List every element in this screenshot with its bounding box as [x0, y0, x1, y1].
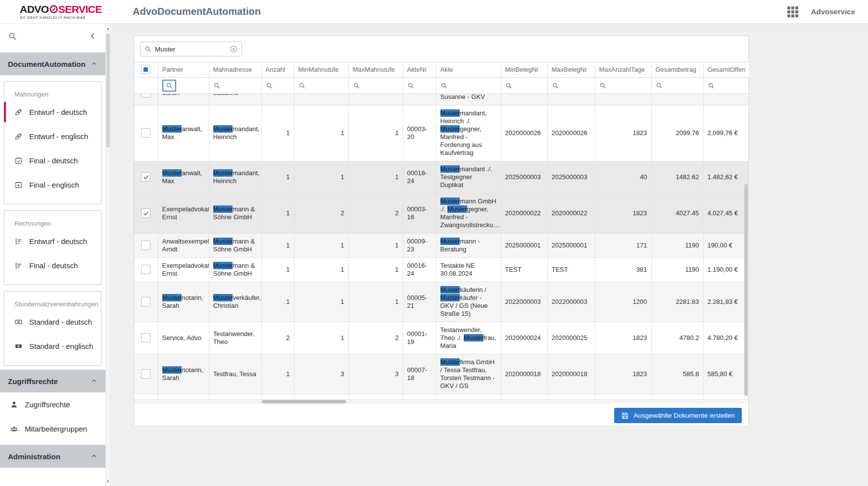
- sidebar-scrollbar[interactable]: ▲ ▼: [105, 24, 110, 486]
- filter-cell-anzahl[interactable]: [261, 77, 294, 94]
- row-checkbox[interactable]: [141, 265, 150, 274]
- grid-hscroll-thumb[interactable]: [262, 400, 346, 403]
- sidebar-item-mitarbeitergruppen[interactable]: Mitarbeitergruppen: [0, 417, 105, 441]
- cell-minbelegnr: 2020000023: [501, 394, 547, 399]
- section-header-administration[interactable]: Administration: [0, 445, 105, 468]
- cell-akte: Mustermandant, Heinrich ./. Mustergegner…: [436, 105, 501, 161]
- table-row[interactable]: Exempeladvokat, ErnstMustermann & Söhne …: [134, 193, 748, 233]
- top-bar: ADVO SERVICE SO GEHT KANZLEI-IT NACH MAẞ…: [0, 0, 868, 24]
- column-header-aktenr[interactable]: AkteNr: [403, 62, 436, 77]
- table-row[interactable]: Musternotarin, SarahTestfrau, Tessa13300…: [134, 354, 748, 394]
- filter-cell-gesamtbetrag[interactable]: [651, 77, 703, 94]
- sidebar-item-label: Final - deutsch: [29, 261, 78, 270]
- cell-maxanzahltage: 1823: [595, 193, 651, 233]
- scroll-down-icon[interactable]: ▼: [106, 480, 110, 483]
- row-checkbox[interactable]: [141, 208, 150, 218]
- section-header-documentautomation[interactable]: DocumentAutomation: [0, 52, 105, 75]
- filter-cell-mahnadresse[interactable]: [209, 77, 261, 94]
- sidebar-item-final-englisch[interactable]: Final - englisch: [4, 173, 101, 197]
- cell-minbelegnr: 2025000003: [501, 161, 547, 193]
- table-row[interactable]: Musteranwalt, MaxMustermandant, Heinrich…: [134, 105, 748, 161]
- row-checkbox[interactable]: [141, 94, 150, 98]
- column-header-minmahnstufe[interactable]: MinMahnstufe: [294, 62, 348, 77]
- sidebar-item-final-deutsch[interactable]: Final - deutsch: [4, 253, 101, 278]
- apps-grid-icon[interactable]: [787, 6, 798, 17]
- cell-aktenr: [403, 94, 436, 105]
- select-all-checkbox[interactable]: [141, 65, 150, 74]
- cell-gesamtoffen: 1.482,62 €: [703, 161, 748, 193]
- sidebar-item-standard-deutsch[interactable]: Standard - deutsch: [4, 310, 101, 334]
- pen-nib-icon: [14, 108, 23, 116]
- focused-filter-editor[interactable]: [162, 80, 176, 92]
- column-header-gesamtoffen[interactable]: GesamtOffen: [703, 62, 749, 77]
- cell-gesamtoffen: 2.599,79 €: [703, 394, 748, 399]
- filter-cell-partner[interactable]: [158, 77, 209, 94]
- column-header-anzahl[interactable]: Anzahl: [261, 62, 294, 77]
- filter-search-icon: [656, 82, 663, 89]
- sidebar-item-label: Entwurf - deutsch: [29, 237, 87, 245]
- row-checkbox[interactable]: [141, 369, 150, 379]
- column-header-mahnadresse[interactable]: Mahnadresse: [209, 62, 261, 77]
- filter-cell-maxmahnstufe[interactable]: [348, 77, 403, 94]
- grid-vertical-scrollbar[interactable]: [744, 184, 748, 396]
- sidebar-item-final-deutsch[interactable]: Final - deutsch: [4, 148, 101, 173]
- sidebar-item-entwurf-deutsch[interactable]: Entwurf - deutsch: [4, 229, 101, 253]
- column-header-partner[interactable]: Partner: [158, 62, 209, 77]
- cell-akte: Mustermann GmbH ./. Mustergegner, Manfre…: [436, 193, 501, 233]
- cell-anzahl: 1: [261, 257, 294, 282]
- sidebar-item-entwurf-englisch[interactable]: Entwurf - englisch: [4, 124, 101, 148]
- filter-cell-minmahnstufe[interactable]: [294, 77, 348, 94]
- cell-gesamtbetrag: 2099.76: [651, 105, 703, 161]
- row-checkbox[interactable]: [141, 297, 150, 306]
- cell-partner: Musternotarin, Sarah: [158, 354, 209, 394]
- cell-maxanzahltage: 40: [595, 161, 651, 193]
- filter-cell-maxbelegnr[interactable]: [547, 77, 595, 94]
- column-header-maxmahnstufe[interactable]: MaxMahnstufe: [348, 62, 403, 77]
- sidebar-item-zugriffsrechte[interactable]: Zugriffsrechte: [0, 392, 105, 417]
- row-checkbox[interactable]: [141, 241, 150, 250]
- filter-cell-gesamtoffen[interactable]: [703, 77, 749, 94]
- cell-minmahnstufe: 1: [294, 105, 348, 161]
- scroll-up-icon[interactable]: ▲: [106, 27, 110, 30]
- filter-cell-aktenr[interactable]: [403, 77, 436, 94]
- sidebar-item-entwurf-deutsch[interactable]: Entwurf - deutsch: [4, 100, 101, 124]
- filter-cell-akte[interactable]: [436, 77, 501, 94]
- documents-card: PartnerMahnadresseAnzahlMinMahnstufeMaxM…: [134, 36, 749, 427]
- column-header-minbelegnr[interactable]: MinBelegNr: [501, 62, 547, 77]
- sidebar-item-standard-englisch[interactable]: Standard - englisch: [4, 334, 101, 358]
- grid-horizontal-scrollbar[interactable]: [134, 399, 748, 404]
- section-header-zugriffsrechte[interactable]: Zugriffsrechte: [0, 370, 105, 392]
- column-header-akte[interactable]: Akte: [436, 62, 501, 77]
- filter-cell-maxanzahltage[interactable]: [595, 77, 651, 94]
- main-area: PartnerMahnadresseAnzahlMinMahnstufeMaxM…: [110, 24, 868, 486]
- cell-anzahl: 2: [261, 322, 294, 354]
- column-header-maxanzahltage[interactable]: MaxAnzahlTage: [595, 62, 651, 77]
- column-header-gesamtbetrag[interactable]: Gesamtbetrag: [651, 62, 703, 77]
- table-row[interactable]: Musternotarin, SarahMusterverkäufer, Chr…: [134, 282, 748, 322]
- row-checkbox[interactable]: [141, 172, 150, 182]
- create-documents-button[interactable]: Ausgewählte Dokumente erstellen: [614, 408, 742, 423]
- cell-partner: Service, Advo: [158, 322, 209, 354]
- calendar-plus-icon: [14, 181, 23, 189]
- search-input[interactable]: [155, 46, 226, 53]
- cell-akte: Musterkäufer, Susanne - GKV: [436, 94, 501, 105]
- table-row[interactable]: Exempeladvokat, ErnstMustermann & Söhne …: [134, 257, 748, 282]
- table-row[interactable]: Service, AdvoTestanwender, Theo21200001-…: [134, 322, 748, 354]
- sidebar-item-label: Entwurf - englisch: [29, 132, 88, 141]
- filter-cell-minbelegnr[interactable]: [501, 77, 547, 94]
- sidebar-scroll-thumb[interactable]: [106, 34, 110, 147]
- table-row[interactable]: Musteranwalt, MaxMustermandant, Heinrich…: [134, 161, 748, 193]
- sidebar-collapse-icon[interactable]: [89, 32, 97, 41]
- row-checkbox[interactable]: [141, 128, 150, 138]
- column-header-maxbelegnr[interactable]: MaxBelegNr: [547, 62, 595, 77]
- table-row[interactable]: Anwaltsexempel, ArndtMustermann & Söhne …: [134, 233, 748, 257]
- sidebar-search-icon[interactable]: [8, 32, 17, 41]
- users-icon: [10, 425, 18, 433]
- cell-maxmahnstufe: 1: [348, 105, 403, 161]
- table-row[interactable]: SarahSusanneMusterkäufer, Susanne - GKV: [134, 94, 748, 105]
- cell-akte: Mustermann - Beratung: [436, 233, 501, 257]
- cell-maxanzahltage: 381: [595, 257, 651, 282]
- row-checkbox[interactable]: [141, 333, 150, 342]
- table-row[interactable]: Anwaltsexempel, ArndtTestmann, Theo12200…: [134, 394, 748, 399]
- search-clear-icon[interactable]: [230, 45, 238, 53]
